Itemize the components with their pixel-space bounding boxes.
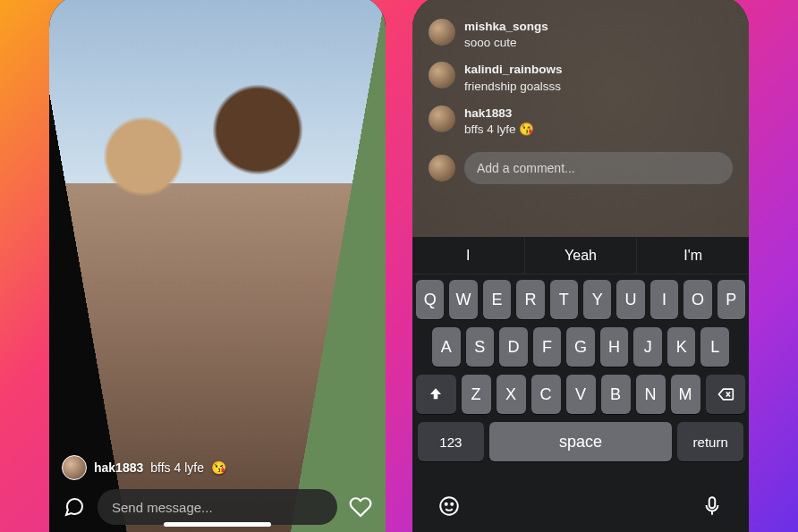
key-q[interactable]: Q	[416, 280, 444, 319]
key-u[interactable]: U	[616, 280, 644, 319]
send-message-placeholder: Send message...	[112, 500, 213, 515]
key-p[interactable]: P	[717, 280, 745, 319]
key-n[interactable]: N	[636, 375, 666, 414]
phone-comments-view: mishka_songs sooo cute kalindi_rainbows …	[412, 0, 749, 532]
comments-pane[interactable]: mishka_songs sooo cute kalindi_rainbows …	[412, 0, 749, 237]
suggestion[interactable]: Yeah	[525, 237, 638, 274]
heart-icon[interactable]	[348, 494, 373, 519]
dictation-mic-icon[interactable]	[700, 494, 724, 521]
story-caption-emoji: 😘	[211, 460, 226, 475]
comment-username[interactable]: hak1883	[464, 106, 534, 122]
key-k[interactable]: K	[667, 327, 696, 367]
avatar[interactable]	[429, 19, 455, 46]
key-backspace[interactable]	[706, 375, 746, 414]
comment-row[interactable]: hak1883 bffs 4 lyfe 😘	[429, 106, 733, 138]
phone-story-view: hak1883 bffs 4 lyfe 😘 Send message...	[49, 0, 386, 532]
send-message-input[interactable]: Send message...	[98, 489, 337, 525]
key-f[interactable]: F	[533, 327, 562, 367]
key-b[interactable]: B	[601, 375, 631, 414]
svg-rect-3	[709, 497, 716, 508]
comment-username[interactable]: mishka_songs	[464, 19, 548, 35]
key-h[interactable]: H	[600, 327, 629, 367]
key-s[interactable]: S	[466, 327, 495, 367]
key-e[interactable]: E	[483, 280, 511, 319]
key-g[interactable]: G	[566, 327, 595, 367]
key-v[interactable]: V	[566, 375, 596, 414]
key-numbers[interactable]: 123	[418, 422, 484, 461]
key-w[interactable]: W	[449, 280, 477, 319]
avatar[interactable]	[429, 155, 455, 182]
add-comment-input[interactable]: Add a comment...	[464, 152, 733, 184]
key-y[interactable]: Y	[583, 280, 611, 319]
key-a[interactable]: A	[432, 327, 461, 367]
keyboard-bottom-bar	[412, 489, 749, 532]
key-shift[interactable]	[416, 375, 456, 414]
svg-point-0	[440, 497, 458, 515]
key-o[interactable]: O	[683, 280, 711, 319]
key-d[interactable]: D	[499, 327, 528, 367]
svg-point-2	[451, 503, 453, 505]
comment-row[interactable]: mishka_songs sooo cute	[429, 19, 733, 51]
home-indicator[interactable]	[164, 522, 271, 527]
key-i[interactable]: I	[650, 280, 678, 319]
keyboard-row: Z X C V B N M	[416, 375, 745, 414]
keyboard-suggestions: I Yeah I'm	[412, 237, 749, 274]
key-r[interactable]: R	[516, 280, 544, 319]
comment-text: friendship goalsss	[464, 79, 563, 95]
story-caption-text: bffs 4 lyfe	[150, 460, 204, 475]
key-l[interactable]: L	[700, 327, 729, 367]
avatar[interactable]	[429, 62, 455, 89]
suggestion[interactable]: I	[412, 237, 525, 274]
add-comment-placeholder: Add a comment...	[477, 161, 575, 175]
story-username[interactable]: hak1883	[94, 460, 143, 475]
avatar[interactable]	[429, 106, 455, 132]
emoji-keyboard-icon[interactable]	[437, 494, 461, 521]
keyboard-row: 123 space return	[416, 422, 745, 461]
key-space[interactable]: space	[489, 422, 673, 461]
comment-text: bffs 4 lyfe 😘	[464, 122, 534, 138]
comment-bubble-icon[interactable]	[62, 494, 87, 519]
key-m[interactable]: M	[671, 375, 700, 414]
svg-point-1	[446, 503, 447, 505]
key-t[interactable]: T	[550, 280, 578, 319]
keyboard-row: Q W E R T Y U I O P	[416, 280, 745, 319]
comment-text: sooo cute	[464, 35, 548, 51]
add-comment-row: Add a comment...	[429, 152, 733, 184]
key-return[interactable]: return	[677, 422, 743, 461]
story-message-bar: Send message...	[62, 489, 373, 525]
comment-username[interactable]: kalindi_rainbows	[464, 62, 563, 78]
key-z[interactable]: Z	[462, 375, 491, 414]
keyboard: I Yeah I'm Q W E R T Y U I O P A S D F	[412, 237, 749, 532]
suggestion[interactable]: I'm	[637, 237, 749, 274]
story-caption-row[interactable]: hak1883 bffs 4 lyfe 😘	[62, 455, 373, 480]
comment-row[interactable]: kalindi_rainbows friendship goalsss	[429, 62, 733, 94]
story-footer: hak1883 bffs 4 lyfe 😘 Send message...	[49, 446, 386, 532]
avatar[interactable]	[62, 455, 87, 480]
key-j[interactable]: J	[633, 327, 662, 367]
key-x[interactable]: X	[497, 375, 526, 414]
key-c[interactable]: C	[531, 375, 561, 414]
keyboard-row: A S D F G H J K L	[416, 327, 745, 367]
